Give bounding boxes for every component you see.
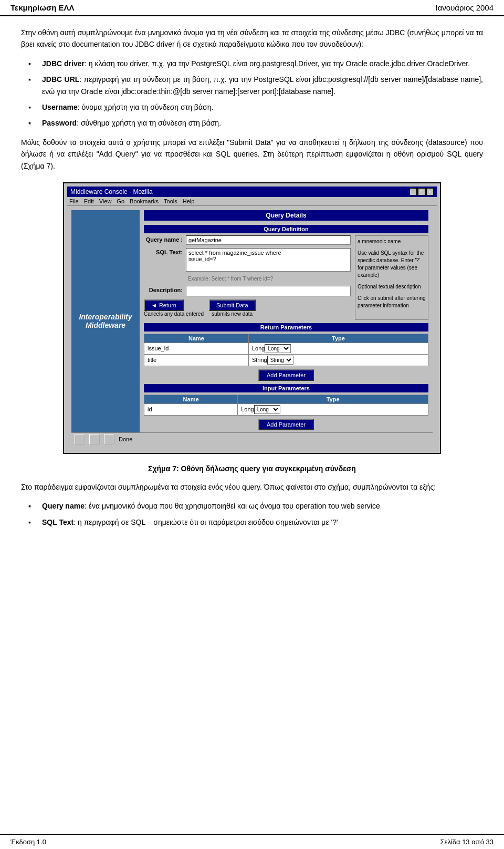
bullet-text-jdbc-driver: : η κλάση του driver, π.χ. για την Postg… [85, 59, 470, 68]
window-menubar: File Edit View Go Bookmarks Tools Help [67, 197, 437, 206]
status-text: Done [119, 436, 132, 442]
help-sql: Use valid SQL syntax for the specific da… [358, 250, 426, 279]
return-param-name-2: title [144, 354, 249, 366]
close-button[interactable]: × [426, 188, 434, 195]
menu-edit[interactable]: Edit [84, 198, 94, 204]
help-query-name: a mnemonic name [358, 238, 426, 245]
menu-file[interactable]: File [69, 198, 79, 204]
add-input-param-button[interactable]: Add Parameter [258, 419, 314, 430]
footer-right: Σελίδα 13 από 33 [440, 838, 494, 846]
bullet-label-password: Password [42, 119, 77, 127]
bullet-label-query-name: Query name [42, 502, 85, 510]
query-name-input[interactable]: getMagazine [186, 235, 351, 245]
return-button-label: Return [159, 302, 176, 308]
menu-go[interactable]: Go [117, 198, 124, 204]
sidebar-line1: Interoperability [79, 313, 132, 321]
bullet-jdbc-url: JDBC URL: περιγραφή για τη σύνδεση με τη… [37, 74, 483, 97]
description-label: Description: [144, 286, 186, 293]
help-submit: Click on submit after entering parameter… [358, 295, 426, 309]
figure-caption: Σχήμα 7: Οθόνη δήλωσης query για συγκεκρ… [21, 464, 483, 473]
section-main-header: Query Details [144, 210, 428, 221]
window-body: Interoperability Middleware Query Detail… [67, 206, 437, 450]
sql-text-value: select * from magazine_issue whereissue_… [188, 250, 281, 262]
input-col-type: Type [238, 395, 428, 403]
example-row: Example: Select * from T where id=? [144, 275, 351, 283]
status-icon-1[interactable] [75, 434, 85, 444]
bullet-label-jdbc-driver: JDBC driver [42, 59, 85, 68]
header-left: Τεκμηρίωση ΕΛΛ [10, 3, 75, 12]
help-description-text: Optional textual description [358, 284, 421, 289]
menu-view[interactable]: View [99, 198, 112, 204]
table-row: issue_id Long LongString [144, 343, 428, 354]
help-sql-text: Use valid SQL syntax for the specific da… [358, 250, 424, 278]
description-row: Description: [144, 286, 351, 296]
return-param-type-1: Long LongString [248, 343, 428, 354]
bullet-text-sql-text: : η περιγραφή σε SQL – σημειώστε ότι οι … [74, 518, 338, 526]
submit-button-sublabel: submits new data [209, 311, 256, 317]
menu-bookmarks[interactable]: Bookmarks [130, 198, 159, 204]
return-type-select-2[interactable]: LongString [267, 356, 293, 365]
description-input[interactable] [186, 286, 351, 296]
return-type-select-1[interactable]: LongString [265, 344, 291, 353]
header-right: Ιανουάριος 2004 [435, 3, 494, 12]
status-icon-2[interactable] [89, 434, 100, 444]
input-param-type-1: Long LongString [238, 403, 428, 415]
sql-text-row: SQL Text: select * from magazine_issue w… [144, 248, 351, 272]
input-param-name-1: id [144, 403, 238, 415]
submit-button-label: Submit Data [216, 302, 248, 308]
return-arrow-icon: ◄ [151, 302, 157, 308]
return-params-table: Name Type issue_id Long LongString [144, 334, 428, 366]
form-definition-area: Query name : getMagazine SQL Text: selec… [144, 235, 428, 320]
add-input-param-label: Add Parameter [267, 421, 306, 428]
minimize-button[interactable]: _ [410, 188, 417, 195]
main-content: Στην οθόνη αυτή συμπληρώνουμε ένα μνημον… [0, 16, 504, 546]
return-button-sublabel: Cancels any data entered [144, 311, 204, 317]
bullet-username: Username: όνομα χρήστη για τη σύνδεση στ… [37, 101, 483, 113]
form-left: Query name : getMagazine SQL Text: selec… [144, 235, 351, 320]
bullet-text-jdbc-url: : περιγραφή για τη σύνδεση με τη βάση, π… [42, 75, 483, 95]
para2: Μόλις δοθούν τα στοιχεία αυτά ο χρήστης … [21, 137, 483, 172]
help-query-name-text: a mnemonic name [358, 239, 401, 244]
query-name-row: Query name : getMagazine [144, 235, 351, 245]
return-param-type-2: String LongString [248, 354, 428, 366]
menu-help[interactable]: Help [183, 198, 195, 204]
add-input-param-area: Add Parameter [144, 419, 428, 430]
bullet-label-jdbc-url: JDBC URL [42, 75, 79, 84]
bullet-text-password: : σύνθημα χρήστη για τη σύνδεση στη βάση… [77, 119, 221, 127]
section-return-header: Return Parameters [144, 323, 428, 332]
page-footer: Έκδοση 1.0 Σελίδα 13 από 33 [0, 834, 504, 849]
window-titlebar: Middleware Console - Mozilla _ □ × [67, 187, 437, 197]
input-params-table: Name Type id Long LongString [144, 395, 428, 416]
bullet-jdbc-driver: JDBC driver: η κλάση του driver, π.χ. γι… [37, 58, 483, 69]
content-with-sidebar: Interoperability Middleware Query Detail… [71, 210, 433, 432]
menu-tools[interactable]: Tools [164, 198, 177, 204]
return-col-type: Type [248, 334, 428, 343]
screenshot-container: Middleware Console - Mozilla _ □ × File … [63, 182, 441, 454]
return-param-name-1: issue_id [144, 343, 249, 354]
return-button[interactable]: ◄ Return [144, 299, 184, 311]
form-content: Query Details Query Definition Query nam… [140, 210, 433, 432]
maximize-button[interactable]: □ [418, 188, 425, 195]
bullet-list-1: JDBC driver: η κλάση του driver, π.χ. γι… [37, 58, 483, 129]
status-icon-3[interactable] [104, 434, 114, 444]
return-col-name: Name [144, 334, 249, 343]
table-row: id Long LongString [144, 403, 428, 415]
footer-left: Έκδοση 1.0 [10, 838, 46, 846]
input-type-select-1[interactable]: LongString [254, 405, 280, 414]
window-controls: _ □ × [410, 188, 434, 195]
button-row: ◄ Return Cancels any data entered Submit… [144, 299, 351, 317]
sidebar: Interoperability Middleware [71, 210, 140, 432]
submit-button-area: Submit Data submits new data [209, 299, 256, 317]
example-label [144, 275, 186, 276]
page-header: Τεκμηρίωση ΕΛΛ Ιανουάριος 2004 [0, 0, 504, 16]
submit-data-button[interactable]: Submit Data [209, 299, 256, 311]
help-description: Optional textual description [358, 283, 426, 291]
add-return-param-button[interactable]: Add Parameter [258, 369, 314, 381]
section-input-header: Input Parameters [144, 384, 428, 392]
table-row: title String LongString [144, 354, 428, 366]
intro-paragraph: Στην οθόνη αυτή συμπληρώνουμε ένα μνημον… [21, 27, 483, 50]
bullet-sql-text: SQL Text: η περιγραφή σε SQL – σημειώστε… [37, 516, 483, 528]
sql-text-input[interactable]: select * from magazine_issue whereissue_… [186, 248, 351, 272]
input-col-name: Name [144, 395, 238, 403]
query-name-value: getMagazine [188, 237, 222, 243]
